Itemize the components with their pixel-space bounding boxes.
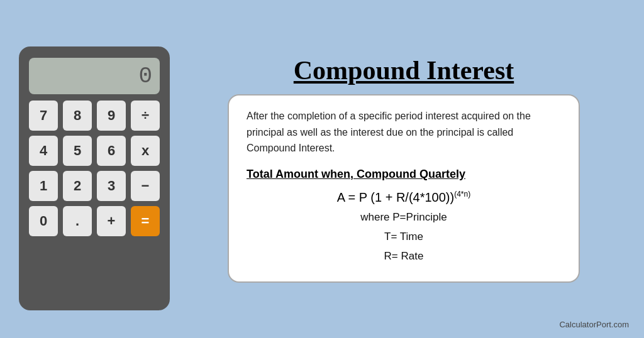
calc-display: 0 bbox=[29, 58, 160, 94]
page-title: Compound Interest bbox=[294, 55, 514, 85]
calc-btn-5[interactable]: 5 bbox=[63, 136, 92, 166]
calc-buttons: 7 8 9 ÷ 4 5 6 x 1 2 3 − 0 . + = bbox=[29, 101, 160, 236]
calc-btn-0[interactable]: 0 bbox=[29, 206, 58, 236]
calculator: 0 7 8 9 ÷ 4 5 6 x 1 2 3 − 0 . + = bbox=[19, 46, 170, 310]
formula-title: Total Amount when, Compound Quartely bbox=[247, 168, 561, 181]
calc-display-value: 0 bbox=[138, 63, 151, 89]
info-box: After the completion of a specific perio… bbox=[228, 94, 580, 283]
formula-superscript: (4*n) bbox=[454, 190, 470, 199]
definition-text: After the completion of a specific perio… bbox=[247, 108, 561, 156]
right-panel: Compound Interest After the completion o… bbox=[182, 55, 625, 283]
calc-btn-2[interactable]: 2 bbox=[63, 171, 92, 201]
variable-rate: R= Rate bbox=[247, 247, 561, 266]
calc-btn-9[interactable]: 9 bbox=[97, 101, 126, 131]
calc-btn-1[interactable]: 1 bbox=[29, 171, 58, 201]
formula-main: A = P (1 + R/(4*100)) bbox=[337, 190, 454, 204]
variable-principle: where P=Principle bbox=[247, 208, 561, 227]
calc-btn-divide[interactable]: ÷ bbox=[131, 101, 160, 131]
calc-btn-6[interactable]: 6 bbox=[97, 136, 126, 166]
calc-btn-3[interactable]: 3 bbox=[97, 171, 126, 201]
calc-btn-add[interactable]: + bbox=[97, 206, 126, 236]
calc-btn-equals[interactable]: = bbox=[131, 206, 160, 236]
calc-btn-4[interactable]: 4 bbox=[29, 136, 58, 166]
calc-btn-8[interactable]: 8 bbox=[63, 101, 92, 131]
main-container: 0 7 8 9 ÷ 4 5 6 x 1 2 3 − 0 . + = Compou… bbox=[0, 0, 644, 338]
formula-line: A = P (1 + R/(4*100))(4*n) bbox=[247, 190, 561, 205]
watermark: CalculatorPort.com bbox=[559, 320, 629, 329]
calc-btn-multiply[interactable]: x bbox=[131, 136, 160, 166]
calc-btn-decimal[interactable]: . bbox=[63, 206, 92, 236]
calc-btn-subtract[interactable]: − bbox=[131, 171, 160, 201]
variable-time: T= Time bbox=[247, 227, 561, 247]
variables: where P=Principle T= Time R= Rate bbox=[247, 208, 561, 266]
calc-btn-7[interactable]: 7 bbox=[29, 101, 58, 131]
